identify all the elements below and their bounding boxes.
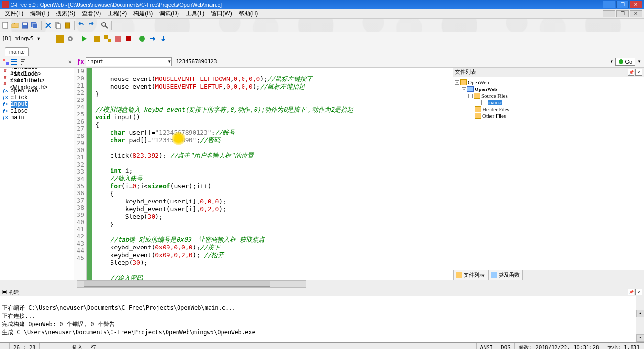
new-icon[interactable] <box>2 22 10 29</box>
compiler-label[interactable]: [D] mingw5 <box>2 35 33 42</box>
svg-rect-13 <box>108 39 111 42</box>
function-dropdown[interactable]: input▼ <box>86 57 172 66</box>
window-title: C-Free 5.0 : OpenWeb - [C:\Users\newuser… <box>11 2 603 8</box>
collapse-icon[interactable]: - <box>455 80 459 85</box>
compiler-toolbar: [D] mingw5 ▼ <box>0 32 644 45</box>
minimize-button[interactable]: — <box>603 1 615 8</box>
save-icon[interactable] <box>21 22 29 29</box>
scroll-down-icon[interactable]: ▾ <box>636 334 644 342</box>
code-area[interactable]: mouse_event(MOUSEEVENTF_LEFTDOWN,0,0,0,0… <box>87 68 453 280</box>
class-view-icon[interactable] <box>2 58 10 66</box>
menu-view[interactable]: 查看(V) <box>79 9 104 19</box>
close-button[interactable]: ✕ <box>630 1 642 8</box>
menu-file[interactable]: 文件(F) <box>2 9 26 19</box>
project-tree[interactable]: -OpenWeb -OpenWeb -Source Files main.c H… <box>453 77 644 270</box>
menu-tools[interactable]: 工具(T) <box>183 9 207 19</box>
build-output[interactable]: 正在编译 C:\Users\newuser\Documents\C-Free\P… <box>0 296 644 342</box>
buildall-icon[interactable] <box>104 35 111 43</box>
svg-rect-18 <box>6 62 9 65</box>
svg-rect-6 <box>56 24 60 29</box>
titlebar: C-Free 5.0 : OpenWeb - [C:\Users\newuser… <box>0 0 644 9</box>
close-panel-button[interactable]: × <box>635 69 642 76</box>
svg-rect-11 <box>94 36 100 42</box>
close-panel-button[interactable]: × <box>635 289 642 295</box>
line-gutter: 19202122 23242526 27282930 31323334 3536… <box>74 68 87 280</box>
redo-icon[interactable] <box>87 22 95 29</box>
folder-icon <box>475 113 481 119</box>
menu-project[interactable]: 工程(P) <box>105 9 130 19</box>
mdi-maximize-button[interactable]: ❐ <box>616 10 629 17</box>
mdi-close-button[interactable]: ✕ <box>630 10 642 17</box>
tab-class-list[interactable]: 类及函数 <box>488 270 523 280</box>
paste-icon[interactable] <box>64 22 71 29</box>
nav-bar: × ƒx input▼ 1234567890123 ▼ Go ▼ <box>0 56 644 68</box>
file-main-c[interactable]: main.c <box>455 99 642 106</box>
menu-window[interactable]: 窗口(W) <box>208 9 234 19</box>
build-icon: ▣ <box>2 289 7 295</box>
copy-icon[interactable] <box>54 22 62 29</box>
chevron-down-icon[interactable]: ▼ <box>637 59 641 64</box>
svg-rect-14 <box>115 36 121 42</box>
compile-icon[interactable] <box>93 35 101 43</box>
close-panel-icon[interactable]: × <box>68 58 72 65</box>
list-icon[interactable] <box>11 58 18 66</box>
maximize-button[interactable]: ❐ <box>616 1 629 8</box>
find-icon[interactable] <box>101 22 109 29</box>
class-icon <box>491 272 497 278</box>
stepin-icon[interactable] <box>159 35 167 43</box>
svg-point-10 <box>69 38 71 40</box>
pin-button[interactable]: 📌 <box>628 289 634 295</box>
tab-file-list[interactable]: 文件列表 <box>453 270 488 280</box>
pin-button[interactable]: 📌 <box>628 69 634 76</box>
app-icon <box>2 1 9 8</box>
stop-icon[interactable] <box>125 35 133 43</box>
cut-icon[interactable] <box>44 22 52 29</box>
h-scrollbar[interactable] <box>0 280 644 288</box>
workspace-icon <box>460 79 467 85</box>
symbol-fn-main[interactable]: ƒxmain <box>0 114 74 121</box>
output-titlebar: ▣ 构建 📌 × <box>0 288 644 296</box>
collapse-icon[interactable]: - <box>462 87 466 91</box>
svg-rect-2 <box>23 23 27 25</box>
menu-search[interactable]: 搜索(S) <box>53 9 78 19</box>
tab-main-c[interactable]: main.c <box>5 47 29 56</box>
menu-build[interactable]: 构建(B) <box>131 9 155 19</box>
sort-icon[interactable] <box>19 58 27 66</box>
saveall-icon[interactable] <box>31 22 38 29</box>
main-toolbar <box>0 19 644 32</box>
list-icon <box>456 272 462 278</box>
symbol-sidebar: ##include <stdio.h> ##include <stdlib.h>… <box>0 68 74 280</box>
menubar: 文件(F) 编辑(E) 搜索(S) 查看(V) 工程(P) 构建(B) 调试(D… <box>0 9 644 19</box>
svg-rect-19 <box>456 272 462 278</box>
stepover-icon[interactable] <box>149 35 156 43</box>
v-scrollbar[interactable]: ▴ ▾ <box>636 296 644 342</box>
project-icon <box>467 86 474 92</box>
symbol-fn-input[interactable]: ƒxinput <box>0 101 74 108</box>
symbol-include[interactable]: ##include <Windows.h> <box>0 81 74 88</box>
svg-rect-0 <box>3 22 8 28</box>
scroll-up-icon[interactable]: ▴ <box>636 310 644 317</box>
go-button[interactable]: Go <box>615 58 635 66</box>
undo-icon[interactable] <box>78 22 85 29</box>
gear-icon[interactable] <box>67 35 74 43</box>
build-icon[interactable] <box>56 35 64 43</box>
symbol-fn-close[interactable]: ƒxclose <box>0 108 74 114</box>
mdi-minimize-button[interactable]: — <box>603 10 615 17</box>
run-icon[interactable] <box>80 35 88 43</box>
code-editor[interactable]: 19202122 23242526 27282930 31323334 3536… <box>74 68 453 280</box>
svg-point-8 <box>102 23 106 26</box>
svg-rect-7 <box>65 23 70 28</box>
svg-rect-20 <box>491 272 497 278</box>
collapse-icon[interactable]: - <box>468 94 473 98</box>
file-icon <box>481 100 487 105</box>
chevron-down-icon[interactable]: ▼ <box>610 59 613 64</box>
menu-help[interactable]: 帮助(H) <box>236 9 261 19</box>
menu-edit[interactable]: 编辑(E) <box>27 9 52 19</box>
svg-rect-17 <box>3 59 5 61</box>
rebuild-icon[interactable] <box>114 35 122 43</box>
debug-icon[interactable] <box>138 35 146 43</box>
chevron-down-icon[interactable]: ▼ <box>36 36 41 41</box>
open-icon[interactable] <box>11 22 19 29</box>
menu-debug[interactable]: 调试(D) <box>156 9 182 19</box>
symbol-fn-click[interactable]: ƒxclick <box>0 94 74 101</box>
